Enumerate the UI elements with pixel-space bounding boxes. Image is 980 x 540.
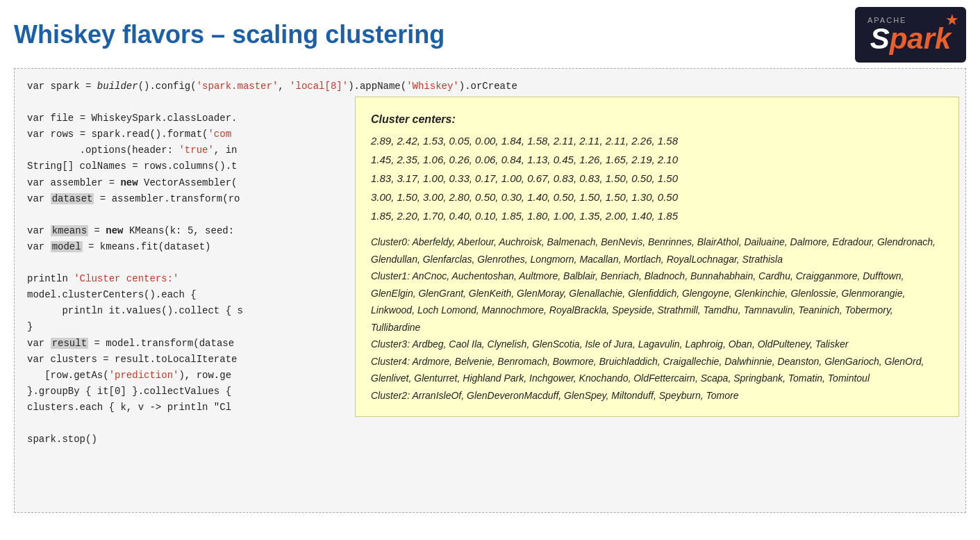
cluster2-label: Cluster2: ArranIsleOf, GlenDeveronMacduf… xyxy=(371,390,738,401)
kw-var-1: var xyxy=(27,81,44,92)
spark-text-sp: S xyxy=(870,24,890,54)
spark-star-icon: ★ xyxy=(945,11,959,29)
page-title: Whiskey flavors – scaling clustering xyxy=(14,20,445,49)
highlight-dataset: dataset xyxy=(51,193,94,204)
highlight-model: model xyxy=(51,241,83,252)
str-master: 'spark.master' xyxy=(197,81,279,92)
center-line-3: 1.83, 3.17, 1.00, 0.33, 0.17, 1.00, 0.67… xyxy=(371,172,678,184)
highlight-kmeans: kmeans xyxy=(51,225,88,236)
cluster1-label: Cluster1: AnCnoc, Auchentoshan, Aultmore… xyxy=(371,270,905,333)
kw-var-11: var xyxy=(27,241,44,252)
center-line-2: 1.45, 2.35, 1.06, 0.26, 0.06, 0.84, 1.13… xyxy=(371,154,678,165)
str-whiskey: 'Whiskey' xyxy=(406,81,459,92)
kw-var-17: var xyxy=(27,338,44,349)
highlight-result: result xyxy=(51,338,88,349)
cluster0-label: Cluster0: Aberfeldy, Aberlour, Auchroisk… xyxy=(371,236,936,265)
spark-brand-text: Spark xyxy=(870,24,952,54)
cluster-tooltip: Cluster centers: 2.89, 2.42, 1.53, 0.05,… xyxy=(355,97,959,417)
center-line-5: 1.85, 2.20, 1.70, 0.40, 0.10, 1.85, 1.80… xyxy=(371,210,678,222)
str-format: 'com xyxy=(208,129,231,140)
code-line-23: spark.stop() xyxy=(27,432,953,448)
str-cluster-centers: 'Cluster centers:' xyxy=(74,273,178,284)
tooltip-cluster-list: Cluster0: Aberfeldy, Aberlour, Auchroisk… xyxy=(371,234,943,404)
builder-call: builder xyxy=(97,81,138,92)
kw-var-3: var xyxy=(27,113,44,124)
kw-var-18: var xyxy=(27,354,44,365)
kw-var-10: var xyxy=(27,225,44,236)
header: Whiskey flavors – scaling clustering ★ A… xyxy=(0,0,980,68)
kw-new-2: new xyxy=(106,225,123,236)
cluster4-label: Cluster4: Ardmore, Belvenie, Benromach, … xyxy=(371,356,924,384)
kw-var-8: var xyxy=(27,193,44,204)
str-prediction: 'prediction' xyxy=(109,370,179,381)
kw-var-7: var xyxy=(27,177,44,188)
center-line-1: 2.89, 2.42, 1.53, 0.05, 0.00, 1.84, 1.58… xyxy=(371,135,678,147)
tooltip-centers: 2.89, 2.42, 1.53, 0.05, 0.00, 1.84, 1.58… xyxy=(371,131,943,225)
code-line-blank-4 xyxy=(27,416,953,432)
code-line-1: var spark = builder().config('spark.mast… xyxy=(27,79,953,95)
kw-var-4: var xyxy=(27,129,44,140)
cluster3-label: Cluster3: Ardbeg, Caol Ila, Clynelish, G… xyxy=(371,338,848,350)
center-line-4: 3.00, 1.50, 3.00, 2.80, 0.50, 0.30, 1.40… xyxy=(371,191,678,203)
str-true: 'true' xyxy=(178,145,213,156)
code-block: var spark = builder().config('spark.mast… xyxy=(14,68,966,513)
spark-text-park: park xyxy=(890,24,952,54)
tooltip-title: Cluster centers: xyxy=(371,110,943,129)
main-content: var spark = builder().config('spark.mast… xyxy=(0,68,980,513)
kw-new-1: new xyxy=(120,177,138,188)
spark-logo: ★ APACHE Spark xyxy=(855,7,966,63)
str-local: 'local[8]' xyxy=(290,81,348,92)
